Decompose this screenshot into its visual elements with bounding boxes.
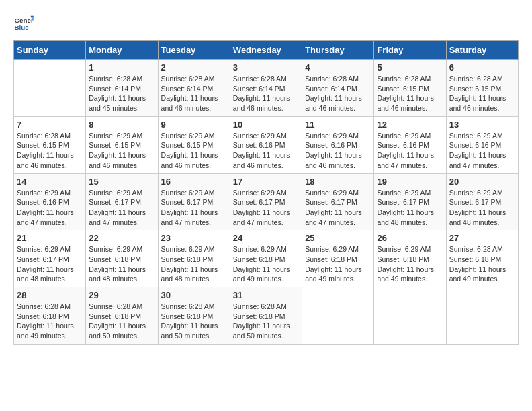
day-number: 31 <box>233 290 299 300</box>
day-info: Sunrise: 6:29 AM Sunset: 6:17 PM Dayligh… <box>377 188 443 228</box>
calendar-cell: 1Sunrise: 6:28 AM Sunset: 6:14 PM Daylig… <box>86 60 158 117</box>
calendar-header-sunday: Sunday <box>14 41 86 60</box>
calendar-cell: 29Sunrise: 6:28 AM Sunset: 6:18 PM Dayli… <box>86 287 158 345</box>
calendar-cell: 17Sunrise: 6:29 AM Sunset: 6:17 PM Dayli… <box>230 173 302 230</box>
calendar-cell: 5Sunrise: 6:28 AM Sunset: 6:15 PM Daylig… <box>374 60 446 117</box>
day-info: Sunrise: 6:28 AM Sunset: 6:14 PM Dayligh… <box>161 74 227 113</box>
calendar-cell: 28Sunrise: 6:28 AM Sunset: 6:18 PM Dayli… <box>14 287 86 345</box>
day-info: Sunrise: 6:29 AM Sunset: 6:17 PM Dayligh… <box>449 188 515 228</box>
calendar-week-5: 28Sunrise: 6:28 AM Sunset: 6:18 PM Dayli… <box>14 287 519 345</box>
calendar-header-tuesday: Tuesday <box>158 41 230 60</box>
day-info: Sunrise: 6:29 AM Sunset: 6:17 PM Dayligh… <box>161 188 227 228</box>
calendar-cell: 24Sunrise: 6:29 AM Sunset: 6:18 PM Dayli… <box>230 230 302 287</box>
day-info: Sunrise: 6:28 AM Sunset: 6:15 PM Dayligh… <box>17 131 83 171</box>
calendar-cell: 12Sunrise: 6:29 AM Sunset: 6:16 PM Dayli… <box>374 116 446 173</box>
calendar-cell: 6Sunrise: 6:28 AM Sunset: 6:15 PM Daylig… <box>446 60 518 117</box>
day-number: 6 <box>449 62 515 73</box>
day-number: 5 <box>377 62 443 73</box>
day-number: 23 <box>161 233 227 243</box>
day-number: 30 <box>161 290 227 300</box>
calendar-cell: 14Sunrise: 6:29 AM Sunset: 6:16 PM Dayli… <box>14 173 86 230</box>
day-info: Sunrise: 6:29 AM Sunset: 6:17 PM Dayligh… <box>17 244 83 284</box>
calendar-cell: 19Sunrise: 6:29 AM Sunset: 6:17 PM Dayli… <box>374 173 446 230</box>
calendar-cell <box>374 287 446 345</box>
calendar-cell: 16Sunrise: 6:29 AM Sunset: 6:17 PM Dayli… <box>158 173 230 230</box>
calendar-cell: 11Sunrise: 6:29 AM Sunset: 6:16 PM Dayli… <box>302 116 374 173</box>
day-number: 15 <box>89 177 154 187</box>
day-number: 2 <box>161 62 227 73</box>
day-info: Sunrise: 6:29 AM Sunset: 6:16 PM Dayligh… <box>449 131 515 171</box>
day-number: 17 <box>233 177 299 187</box>
calendar-header-saturday: Saturday <box>446 41 518 60</box>
day-info: Sunrise: 6:29 AM Sunset: 6:18 PM Dayligh… <box>89 244 154 284</box>
day-info: Sunrise: 6:28 AM Sunset: 6:15 PM Dayligh… <box>449 74 515 113</box>
calendar-cell: 26Sunrise: 6:29 AM Sunset: 6:18 PM Dayli… <box>374 230 446 287</box>
calendar-cell: 31Sunrise: 6:28 AM Sunset: 6:18 PM Dayli… <box>230 287 302 345</box>
calendar-cell <box>446 287 518 345</box>
calendar-cell: 15Sunrise: 6:29 AM Sunset: 6:17 PM Dayli… <box>86 173 158 230</box>
calendar-cell: 23Sunrise: 6:29 AM Sunset: 6:18 PM Dayli… <box>158 230 230 287</box>
day-info: Sunrise: 6:28 AM Sunset: 6:18 PM Dayligh… <box>89 302 154 341</box>
day-number: 22 <box>89 233 154 243</box>
svg-text:Blue: Blue <box>15 24 30 31</box>
calendar-cell: 2Sunrise: 6:28 AM Sunset: 6:14 PM Daylig… <box>158 60 230 117</box>
day-info: Sunrise: 6:28 AM Sunset: 6:18 PM Dayligh… <box>161 302 227 341</box>
svg-text:General: General <box>15 17 34 24</box>
calendar-cell: 10Sunrise: 6:29 AM Sunset: 6:16 PM Dayli… <box>230 116 302 173</box>
day-number: 29 <box>89 290 154 300</box>
calendar-cell: 7Sunrise: 6:28 AM Sunset: 6:15 PM Daylig… <box>14 116 86 173</box>
day-number: 16 <box>161 177 227 187</box>
calendar-header-friday: Friday <box>374 41 446 60</box>
day-info: Sunrise: 6:29 AM Sunset: 6:18 PM Dayligh… <box>377 244 443 284</box>
day-info: Sunrise: 6:29 AM Sunset: 6:17 PM Dayligh… <box>89 188 154 228</box>
day-number: 24 <box>233 233 299 243</box>
day-number: 3 <box>233 62 299 73</box>
calendar-cell: 13Sunrise: 6:29 AM Sunset: 6:16 PM Dayli… <box>446 116 518 173</box>
day-number: 19 <box>377 177 443 187</box>
day-info: Sunrise: 6:28 AM Sunset: 6:14 PM Dayligh… <box>233 74 299 113</box>
calendar-cell: 8Sunrise: 6:29 AM Sunset: 6:15 PM Daylig… <box>86 116 158 173</box>
day-number: 26 <box>377 233 443 243</box>
logo-icon: General Blue <box>13 13 34 34</box>
calendar-cell: 4Sunrise: 6:28 AM Sunset: 6:14 PM Daylig… <box>302 60 374 117</box>
calendar-week-1: 1Sunrise: 6:28 AM Sunset: 6:14 PM Daylig… <box>14 60 519 117</box>
calendar-header-row: SundayMondayTuesdayWednesdayThursdayFrid… <box>14 41 519 60</box>
calendar-cell: 30Sunrise: 6:28 AM Sunset: 6:18 PM Dayli… <box>158 287 230 345</box>
calendar-week-4: 21Sunrise: 6:29 AM Sunset: 6:17 PM Dayli… <box>14 230 519 287</box>
day-info: Sunrise: 6:29 AM Sunset: 6:16 PM Dayligh… <box>233 131 299 171</box>
calendar-body: 1Sunrise: 6:28 AM Sunset: 6:14 PM Daylig… <box>14 60 519 345</box>
day-number: 4 <box>305 62 371 73</box>
day-number: 13 <box>449 120 515 130</box>
day-number: 21 <box>17 233 83 243</box>
calendar-header-wednesday: Wednesday <box>230 41 302 60</box>
day-info: Sunrise: 6:29 AM Sunset: 6:16 PM Dayligh… <box>305 131 371 171</box>
day-info: Sunrise: 6:29 AM Sunset: 6:16 PM Dayligh… <box>377 131 443 171</box>
page-header: General Blue <box>13 13 519 34</box>
day-number: 10 <box>233 120 299 130</box>
day-number: 20 <box>449 177 515 187</box>
day-number: 8 <box>89 120 154 130</box>
day-info: Sunrise: 6:29 AM Sunset: 6:15 PM Dayligh… <box>161 131 227 171</box>
calendar-cell: 25Sunrise: 6:29 AM Sunset: 6:18 PM Dayli… <box>302 230 374 287</box>
calendar-cell: 9Sunrise: 6:29 AM Sunset: 6:15 PM Daylig… <box>158 116 230 173</box>
day-number: 7 <box>17 120 83 130</box>
day-number: 12 <box>377 120 443 130</box>
day-info: Sunrise: 6:29 AM Sunset: 6:15 PM Dayligh… <box>89 131 154 171</box>
day-info: Sunrise: 6:29 AM Sunset: 6:16 PM Dayligh… <box>17 188 83 228</box>
calendar-header-monday: Monday <box>86 41 158 60</box>
day-info: Sunrise: 6:29 AM Sunset: 6:18 PM Dayligh… <box>233 244 299 284</box>
day-info: Sunrise: 6:28 AM Sunset: 6:18 PM Dayligh… <box>449 244 515 284</box>
day-info: Sunrise: 6:28 AM Sunset: 6:18 PM Dayligh… <box>233 302 299 341</box>
logo: General Blue <box>13 13 34 34</box>
day-number: 18 <box>305 177 371 187</box>
day-info: Sunrise: 6:29 AM Sunset: 6:17 PM Dayligh… <box>233 188 299 228</box>
day-number: 1 <box>89 62 154 73</box>
day-info: Sunrise: 6:28 AM Sunset: 6:15 PM Dayligh… <box>377 74 443 113</box>
day-number: 11 <box>305 120 371 130</box>
calendar-cell: 18Sunrise: 6:29 AM Sunset: 6:17 PM Dayli… <box>302 173 374 230</box>
day-number: 9 <box>161 120 227 130</box>
day-number: 14 <box>17 177 83 187</box>
day-number: 25 <box>305 233 371 243</box>
calendar-cell <box>302 287 374 345</box>
calendar-week-2: 7Sunrise: 6:28 AM Sunset: 6:15 PM Daylig… <box>14 116 519 173</box>
